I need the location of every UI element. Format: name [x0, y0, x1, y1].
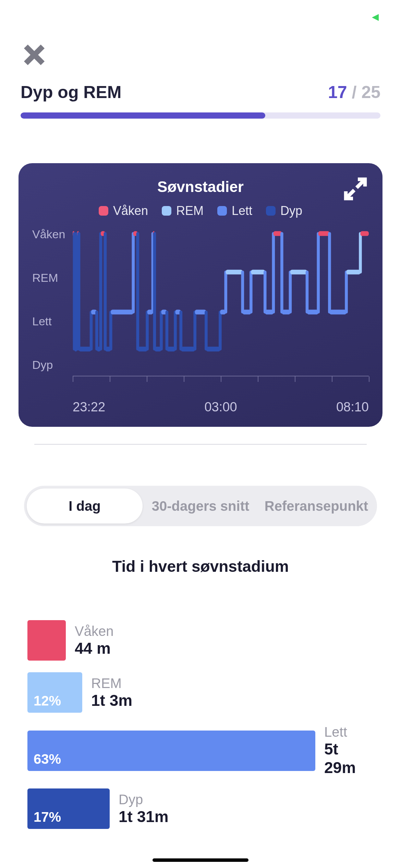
svg-rect-10: [79, 347, 91, 351]
progress-fill: [21, 112, 265, 119]
stage-duration-lett: 5t 29m: [324, 740, 374, 777]
svg-rect-46: [226, 270, 243, 275]
chart-x-labels: 23:22 03:00 08:10: [73, 400, 369, 414]
svg-rect-66: [347, 270, 361, 275]
home-indicator[interactable]: [153, 858, 248, 862]
chart-legend: Våken REM Lett Dyp: [32, 204, 369, 218]
score-separator: /: [347, 83, 362, 102]
x-label-mid: 03:00: [204, 400, 237, 414]
x-label-end: 08:10: [336, 400, 369, 414]
stage-duration-rem: 1t 3m: [91, 691, 132, 710]
stage-row-dyp: 17%Dyp1t 31m: [27, 788, 374, 829]
legend-dyp-label: Dyp: [280, 204, 302, 218]
tab-30day-avg[interactable]: 30-dagers snitt: [143, 489, 258, 523]
score-max: 25: [361, 83, 380, 102]
svg-rect-50: [251, 270, 265, 275]
svg-rect-60: [307, 310, 318, 314]
legend-rem-label: REM: [176, 204, 204, 218]
svg-rect-58: [290, 270, 307, 275]
status-bar: [0, 0, 401, 34]
expand-icon: [343, 177, 367, 201]
swatch-lett: [217, 206, 227, 216]
svg-rect-68: [360, 231, 369, 236]
stage-text-rem: REM1t 3m: [91, 676, 132, 710]
page-title: Dyp og REM: [21, 82, 121, 102]
y-label-vaken: Våken: [32, 228, 70, 241]
section-title: Tid i hvert søvnstadium: [0, 557, 401, 576]
x-label-start: 23:22: [73, 400, 105, 414]
stage-bar-vaken: [27, 620, 66, 661]
tab-today[interactable]: I dag: [27, 489, 143, 523]
score-current: 17: [328, 83, 347, 102]
chart-plot-area[interactable]: [73, 228, 369, 372]
stage-bar-rem: 12%: [27, 672, 82, 713]
legend-vaken: Våken: [99, 204, 148, 218]
stage-label-lett: Lett: [324, 724, 374, 740]
chart-x-axis: [73, 376, 369, 400]
stage-label-dyp: Dyp: [119, 792, 169, 807]
score-readout: 17 / 25: [328, 82, 380, 102]
swatch-vaken: [99, 206, 108, 216]
y-label-lett: Lett: [32, 315, 70, 328]
chart-y-axis: Våken REM Lett Dyp: [32, 228, 70, 372]
legend-vaken-label: Våken: [113, 204, 148, 218]
y-label-dyp: Dyp: [32, 358, 70, 372]
range-tabs: I dag 30-dagers snitt Referansepunkt: [24, 486, 377, 526]
legend-lett: Lett: [217, 204, 252, 218]
sleep-stage-plot: [73, 228, 369, 352]
swatch-rem: [162, 206, 171, 216]
tab-reference[interactable]: Referansepunkt: [258, 489, 374, 523]
stage-label-rem: REM: [91, 676, 132, 691]
legend-rem: REM: [162, 204, 204, 218]
stage-text-lett: Lett5t 29m: [324, 724, 374, 777]
svg-rect-38: [181, 347, 195, 351]
divider: [34, 444, 367, 445]
chart-title: Søvnstadier: [32, 178, 369, 195]
svg-rect-20: [111, 310, 133, 314]
legend-lett-label: Lett: [232, 204, 252, 218]
stage-row-rem: 12%REM1t 3m: [27, 672, 374, 713]
expand-chart-button[interactable]: [343, 177, 367, 201]
stage-label-vaken: Våken: [75, 624, 113, 639]
stage-text-vaken: Våken44 m: [75, 624, 113, 658]
close-button[interactable]: [21, 41, 48, 69]
svg-rect-62: [318, 231, 330, 236]
svg-rect-40: [195, 310, 206, 314]
stage-breakdown-list: Våken44 m12%REM1t 3m63%Lett5t 29m17%Dyp1…: [27, 620, 374, 829]
stage-duration-dyp: 1t 31m: [119, 807, 169, 826]
progress-bar: [21, 112, 380, 119]
swatch-dyp: [266, 206, 276, 216]
stage-row-vaken: Våken44 m: [27, 620, 374, 661]
svg-rect-42: [206, 347, 220, 351]
close-icon: [22, 43, 46, 67]
svg-rect-64: [329, 310, 346, 314]
legend-dyp: Dyp: [266, 204, 302, 218]
stage-bar-dyp: 17%: [27, 788, 110, 829]
stage-text-dyp: Dyp1t 31m: [119, 792, 169, 826]
privacy-indicator-icon: [370, 12, 380, 23]
stage-duration-vaken: 44 m: [75, 639, 113, 658]
sleep-stages-chart-card: Søvnstadier Våken REM Lett Dyp Våken REM…: [19, 163, 382, 427]
stage-bar-lett: 63%: [27, 731, 315, 771]
y-label-rem: REM: [32, 271, 70, 285]
stage-row-lett: 63%Lett5t 29m: [27, 724, 374, 777]
